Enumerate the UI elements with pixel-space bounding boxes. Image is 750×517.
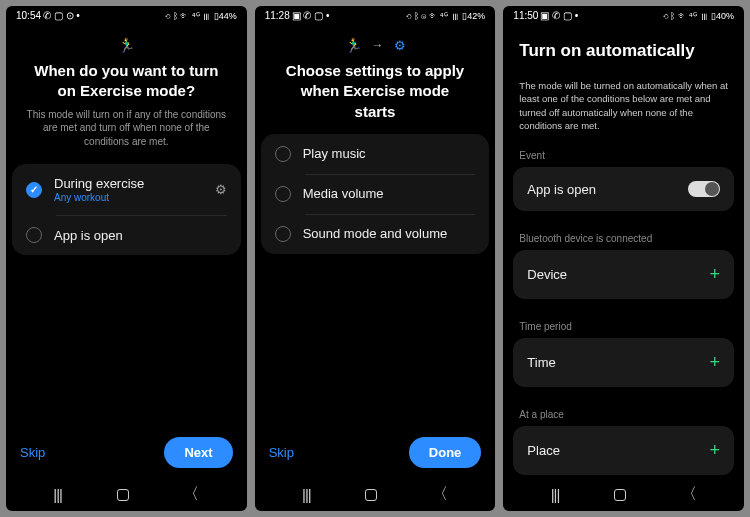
nav-back-icon[interactable]: 〈 <box>681 484 697 505</box>
option-label: App is open <box>54 228 227 243</box>
status-right-icons: ⟲ ᛒ ᯤ ⁴ᴳ ⫼ ▯44% <box>165 11 237 21</box>
option-media-volume[interactable]: Media volume <box>261 174 490 214</box>
nav-bar: ||| 〈 <box>6 476 247 511</box>
card-label: Place <box>527 443 560 458</box>
section-heading-time: Time period <box>503 317 744 338</box>
radio-unchecked-icon <box>275 146 291 162</box>
page-title: When do you want to turn on Exercise mod… <box>6 59 247 108</box>
status-time: 10:54 <box>16 10 41 21</box>
done-button[interactable]: Done <box>409 437 482 468</box>
status-left-icons: ▣ ✆ ▢ • <box>292 10 330 21</box>
gear-icon: ⚙ <box>394 38 406 53</box>
option-label: Media volume <box>303 186 384 201</box>
radio-unchecked-icon <box>26 227 42 243</box>
card-app-is-open[interactable]: App is open <box>513 167 734 211</box>
option-sublabel: Any workout <box>54 192 203 203</box>
status-bar: 11:50 ▣ ✆ ▢ • ⟲ ᛒ ᯤ ⁴ᴳ ⫼ ▯40% <box>503 6 744 23</box>
card-label: App is open <box>527 182 596 197</box>
nav-recents-icon[interactable]: ||| <box>302 486 311 503</box>
status-left-icons: ▣ ✆ ▢ • <box>540 10 578 21</box>
condition-list: During exercise Any workout ⚙ App is ope… <box>12 164 241 255</box>
page-title: Turn on automatically <box>519 41 728 61</box>
nav-bar: ||| 〈 <box>503 476 744 511</box>
option-app-is-open[interactable]: App is open <box>12 215 241 255</box>
card-time[interactable]: Time + <box>513 338 734 387</box>
nav-home-icon[interactable] <box>117 489 129 501</box>
skip-button[interactable]: Skip <box>20 445 45 460</box>
page-subtitle: This mode will turn on if any of the con… <box>6 108 247 165</box>
radio-unchecked-icon <box>275 226 291 242</box>
status-bar: 11:28 ▣ ✆ ▢ • ⟲ ᛒ ⊚ ᯤ ⁴ᴳ ⫼ ▯42% <box>255 6 496 23</box>
status-time: 11:28 <box>265 10 290 21</box>
option-label: Sound mode and volume <box>303 226 448 241</box>
plus-icon[interactable]: + <box>710 264 721 285</box>
card-device[interactable]: Device + <box>513 250 734 299</box>
status-bar: 10:54 ✆ ▢ ⊙ • ⟲ ᛒ ᯤ ⁴ᴳ ⫼ ▯44% <box>6 6 247 23</box>
screen-exercise-conditions: 10:54 ✆ ▢ ⊙ • ⟲ ᛒ ᯤ ⁴ᴳ ⫼ ▯44% 🏃‍♂️ When … <box>6 6 247 511</box>
screen-turn-on-automatically: 11:50 ▣ ✆ ▢ • ⟲ ᛒ ᯤ ⁴ᴳ ⫼ ▯40% Turn on au… <box>503 6 744 511</box>
arrow-right-icon: → <box>372 38 384 52</box>
plus-icon[interactable]: + <box>710 440 721 461</box>
screen-exercise-settings: 11:28 ▣ ✆ ▢ • ⟲ ᛒ ⊚ ᯤ ⁴ᴳ ⫼ ▯42% 🏃‍♂️ → ⚙… <box>255 6 496 511</box>
page-title: Choose settings to apply when Exercise m… <box>255 59 496 128</box>
header-icon-row: 🏃‍♂️ → ⚙ <box>255 23 496 59</box>
nav-home-icon[interactable] <box>614 489 626 501</box>
status-right-icons: ⟲ ᛒ ⊚ ᯤ ⁴ᴳ ⫼ ▯42% <box>406 11 485 21</box>
settings-list: Play music Media volume Sound mode and v… <box>261 134 490 254</box>
card-label: Device <box>527 267 567 282</box>
option-during-exercise[interactable]: During exercise Any workout ⚙ <box>12 164 241 215</box>
gear-icon[interactable]: ⚙ <box>215 182 227 197</box>
nav-recents-icon[interactable]: ||| <box>551 486 560 503</box>
option-sound-mode-volume[interactable]: Sound mode and volume <box>261 214 490 254</box>
nav-recents-icon[interactable]: ||| <box>53 486 62 503</box>
section-heading-bluetooth: Bluetooth device is connected <box>503 229 744 250</box>
card-place[interactable]: Place + <box>513 426 734 475</box>
card-label: Time <box>527 355 555 370</box>
radio-checked-icon <box>26 182 42 198</box>
option-play-music[interactable]: Play music <box>261 134 490 174</box>
nav-back-icon[interactable]: 〈 <box>432 484 448 505</box>
section-heading-event: Event <box>503 146 744 167</box>
status-time: 11:50 <box>513 10 538 21</box>
status-left-icons: ✆ ▢ ⊙ • <box>43 10 80 21</box>
option-label: During exercise <box>54 176 203 191</box>
plus-icon[interactable]: + <box>710 352 721 373</box>
status-right-icons: ⟲ ᛒ ᯤ ⁴ᴳ ⫼ ▯40% <box>663 11 735 21</box>
next-button[interactable]: Next <box>164 437 232 468</box>
page-description: The mode will be turned on automatically… <box>503 69 744 146</box>
running-icon: 🏃‍♂️ <box>118 37 135 53</box>
option-label: Play music <box>303 146 366 161</box>
nav-back-icon[interactable]: 〈 <box>183 484 199 505</box>
radio-unchecked-icon <box>275 186 291 202</box>
toggle-switch[interactable] <box>688 181 720 197</box>
running-icon: 🏃‍♂️ <box>345 37 362 53</box>
nav-bar: ||| 〈 <box>255 476 496 511</box>
section-heading-place: At a place <box>503 405 744 426</box>
nav-home-icon[interactable] <box>365 489 377 501</box>
skip-button[interactable]: Skip <box>269 445 294 460</box>
header-icon-row: 🏃‍♂️ <box>6 23 247 59</box>
